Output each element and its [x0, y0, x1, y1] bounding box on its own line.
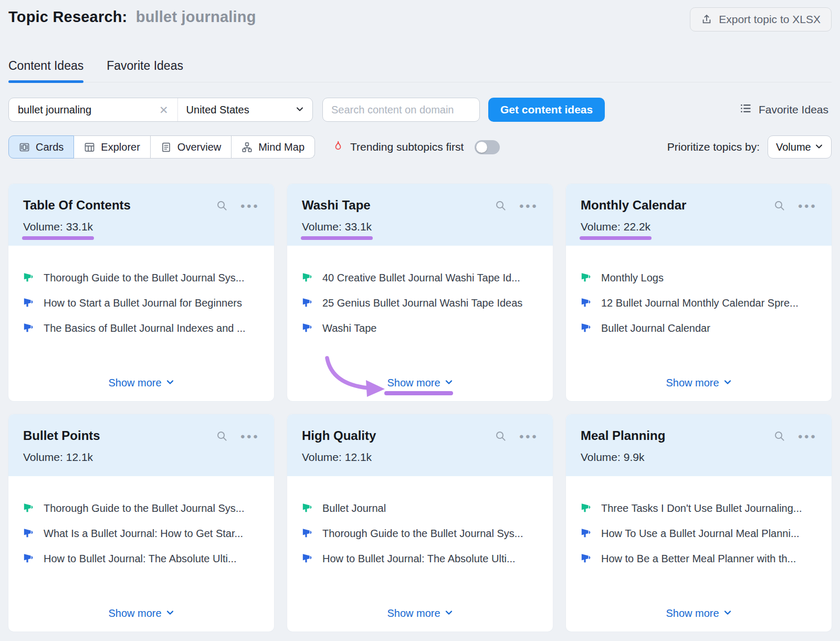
tab-content-ideas[interactable]: Content Ideas — [8, 59, 83, 82]
chevron-down-icon — [166, 607, 174, 619]
card-volume: Volume: 33.1k — [302, 220, 372, 233]
list-item[interactable]: Three Tasks I Don't Use Bullet Journalin… — [581, 502, 817, 514]
megaphone-icon — [581, 502, 592, 514]
favorite-ideas-label: Favorite Ideas — [759, 103, 828, 116]
toggle-knob — [476, 142, 487, 153]
chevron-down-icon — [723, 607, 732, 619]
country-select[interactable]: United States — [178, 98, 312, 121]
megaphone-icon — [302, 502, 313, 514]
explorer-view-icon — [84, 142, 95, 153]
chevron-down-icon — [445, 607, 453, 619]
search-icon[interactable] — [495, 430, 507, 442]
search-icon[interactable] — [773, 430, 785, 442]
show-more-link[interactable]: Show more — [386, 375, 454, 391]
tabs: Content Ideas Favorite Ideas — [8, 59, 832, 82]
view-mind-map-button[interactable]: Mind Map — [232, 135, 315, 159]
more-options-icon[interactable]: ●●● — [798, 202, 817, 209]
card-title[interactable]: Bullet Points — [23, 428, 100, 443]
card-title[interactable]: High Quality — [302, 428, 376, 443]
idea-list: Thorough Guide to the Bullet Journal Sys… — [23, 502, 259, 578]
list-item[interactable]: Thorough Guide to the Bullet Journal Sys… — [302, 528, 538, 540]
list-item[interactable]: How To Use a Bullet Journal Meal Planni.… — [581, 528, 817, 540]
list-item[interactable]: Bullet Journal Calendar — [581, 322, 817, 334]
prioritize-label: Prioritize topics by: — [667, 141, 760, 153]
card-body: Three Tasks I Don't Use Bullet Journalin… — [566, 476, 832, 632]
topic-card-bullet-points: Bullet Points ●●● Volume: 12.1k Thorough… — [8, 414, 274, 632]
list-item[interactable]: 12 Bullet Journal Monthly Calendar Spre.… — [581, 297, 817, 309]
list-item[interactable]: How to Bullet Journal: The Absolute Ulti… — [302, 553, 538, 565]
megaphone-icon — [23, 553, 35, 564]
more-options-icon[interactable]: ●●● — [519, 202, 538, 209]
idea-list: Three Tasks I Don't Use Bullet Journalin… — [581, 502, 817, 578]
annotation-underline — [22, 236, 94, 240]
page-title-query: bullet journaling — [136, 8, 256, 25]
more-options-icon[interactable]: ●●● — [798, 432, 817, 440]
show-more-link[interactable]: Show more — [386, 606, 454, 621]
list-icon — [740, 102, 752, 117]
list-item[interactable]: Thorough Guide to the Bullet Journal Sys… — [23, 272, 259, 284]
prioritize-control: Prioritize topics by: Volume — [667, 135, 832, 159]
list-item[interactable]: Thorough Guide to the Bullet Journal Sys… — [23, 502, 259, 514]
view-overview-button[interactable]: Overview — [151, 135, 232, 159]
topic-card-high-quality: High Quality ●●● Volume: 12.1k Bullet Jo… — [287, 414, 553, 632]
tab-favorite-ideas[interactable]: Favorite Ideas — [107, 59, 183, 82]
list-item[interactable]: Bullet Journal — [302, 502, 538, 514]
favorite-ideas-link[interactable]: Favorite Ideas — [740, 102, 832, 117]
more-options-icon[interactable]: ●●● — [519, 432, 538, 440]
get-content-ideas-button[interactable]: Get content ideas — [488, 98, 605, 122]
topic-card-monthly-calendar: Monthly Calendar ●●● Volume: 22.2k Month… — [566, 184, 832, 401]
card-body: Thorough Guide to the Bullet Journal Sys… — [8, 476, 274, 632]
card-title[interactable]: Table Of Contents — [23, 198, 131, 213]
list-item[interactable]: What Is a Bullet Journal: How to Get Sta… — [23, 528, 259, 540]
show-more-link[interactable]: Show more — [107, 375, 175, 391]
list-item[interactable]: Monthly Logs — [581, 272, 817, 284]
card-title[interactable]: Washi Tape — [302, 198, 371, 213]
view-cards-button[interactable]: Cards — [8, 135, 74, 159]
show-more-link[interactable]: Show more — [665, 375, 732, 391]
annotation-underline — [580, 236, 652, 240]
search-icon[interactable] — [216, 199, 228, 212]
cards-grid: Table Of Contents ●●● Volume: 33.1k Thor… — [8, 184, 832, 632]
search-icon[interactable] — [495, 199, 507, 212]
trending-toggle[interactable] — [475, 140, 500, 154]
keyword-box: ✕ — [9, 98, 177, 121]
card-title[interactable]: Monthly Calendar — [581, 198, 686, 213]
page-title: Topic Research: bullet journaling — [8, 8, 256, 26]
domain-search-input[interactable] — [322, 98, 480, 122]
prioritize-select[interactable]: Volume — [768, 135, 832, 159]
show-more-link[interactable]: Show more — [107, 606, 175, 621]
megaphone-icon — [581, 553, 592, 564]
topic-card-washi-tape: Washi Tape ●●● Volume: 33.1k 40 Creative… — [287, 184, 553, 401]
export-topic-button[interactable]: Export topic to XLSX — [690, 7, 832, 31]
more-options-icon[interactable]: ●●● — [240, 432, 259, 440]
card-body: Thorough Guide to the Bullet Journal Sys… — [8, 246, 274, 401]
card-volume: Volume: 12.1k — [302, 451, 372, 464]
show-more-link[interactable]: Show more — [665, 606, 732, 621]
view-explorer-button[interactable]: Explorer — [74, 135, 150, 159]
list-item[interactable]: 40 Creative Bullet Journal Washi Tape Id… — [302, 272, 538, 284]
chevron-down-icon — [815, 141, 823, 153]
list-item[interactable]: Washi Tape — [302, 322, 538, 334]
megaphone-icon — [23, 297, 35, 309]
megaphone-icon — [23, 272, 35, 283]
search-icon[interactable] — [216, 430, 228, 442]
idea-list: 40 Creative Bullet Journal Washi Tape Id… — [302, 272, 538, 348]
keyword-input[interactable] — [17, 103, 158, 117]
overview-view-icon — [161, 142, 172, 153]
more-options-icon[interactable]: ●●● — [240, 202, 259, 209]
list-item[interactable]: The Basics of Bullet Journal Indexes and… — [23, 322, 259, 334]
search-icon[interactable] — [773, 199, 785, 212]
clear-keyword-icon[interactable]: ✕ — [158, 103, 170, 117]
upload-icon — [701, 14, 712, 25]
megaphone-icon — [23, 528, 35, 539]
list-item[interactable]: How to Start a Bullet Journal for Beginn… — [23, 297, 259, 309]
list-item[interactable]: 25 Genius Bullet Journal Washi Tape Idea… — [302, 297, 538, 309]
card-header: Table Of Contents ●●● Volume: 33.1k — [8, 184, 274, 246]
list-item[interactable]: How to Be a Better Meal Planner with th.… — [581, 553, 817, 565]
megaphone-icon — [581, 322, 592, 334]
card-title[interactable]: Meal Planning — [581, 428, 665, 443]
megaphone-icon — [23, 502, 35, 514]
chevron-down-icon — [166, 377, 174, 389]
card-header: Bullet Points ●●● Volume: 12.1k — [8, 414, 274, 476]
list-item[interactable]: How to Bullet Journal: The Absolute Ulti… — [23, 553, 259, 565]
